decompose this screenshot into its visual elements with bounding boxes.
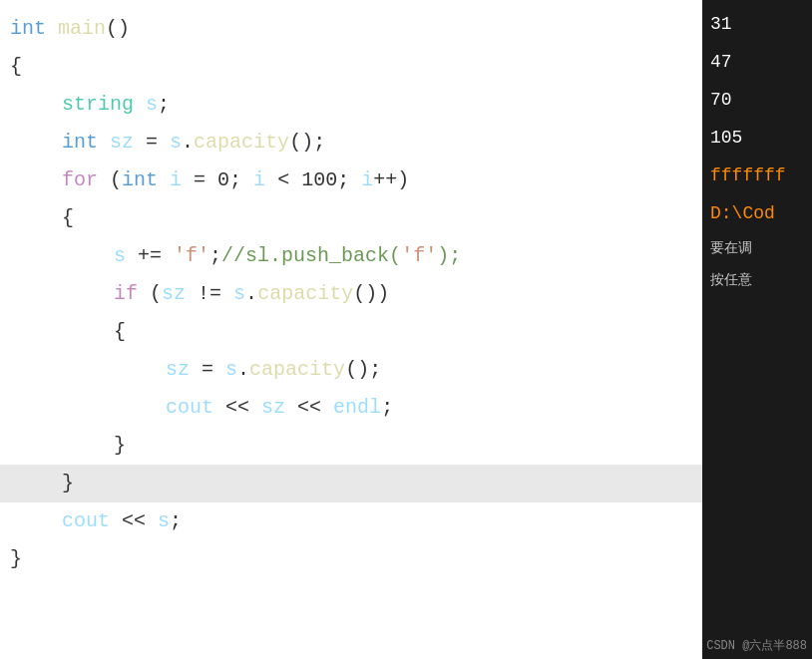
code-line-1: int main () <box>0 10 702 48</box>
code-line-10: sz = s . capacity (); <box>0 351 702 389</box>
code-line-13: } <box>0 465 702 502</box>
watermark: CSDN @六点半888 <box>706 637 807 654</box>
code-line-6: { <box>0 199 702 237</box>
code-line-2: { <box>0 48 702 86</box>
code-line-5: for ( int i = 0; i < 100; i ++) <box>0 162 702 199</box>
right-value-2: 47 <box>710 43 804 81</box>
code-editor: int main () { string s ; int sz = s . ca… <box>0 0 702 659</box>
right-value-4: 105 <box>710 119 804 157</box>
code-line-9: { <box>0 313 702 351</box>
right-value-7: 要在调 <box>710 232 804 264</box>
right-value-5: fffffff <box>710 157 804 194</box>
code-line-11: cout << sz << endl ; <box>0 389 702 427</box>
keyword-string: string <box>62 86 134 124</box>
code-line-15: } <box>0 540 702 578</box>
right-panel: 31 47 70 105 fffffff D:\Cod 要在调 按任意 CSDN… <box>702 0 812 659</box>
code-line-8: if ( sz != s . capacity ()) <box>0 275 702 313</box>
right-value-1: 31 <box>710 5 804 43</box>
code-line-7: s += 'f' ; //sl.push_back( 'f' ); <box>0 237 702 275</box>
code-line-14: cout << s ; <box>0 502 702 540</box>
right-value-6: D:\Cod <box>710 194 804 232</box>
code-line-4: int sz = s . capacity (); <box>0 124 702 162</box>
code-line-12: } <box>0 427 702 465</box>
code-line-3: string s ; <box>0 86 702 124</box>
var-s: s <box>146 86 158 124</box>
keyword-int: int <box>10 10 46 48</box>
function-main: main <box>58 10 106 48</box>
right-value-8: 按任意 <box>710 264 804 296</box>
right-value-3: 70 <box>710 81 804 119</box>
